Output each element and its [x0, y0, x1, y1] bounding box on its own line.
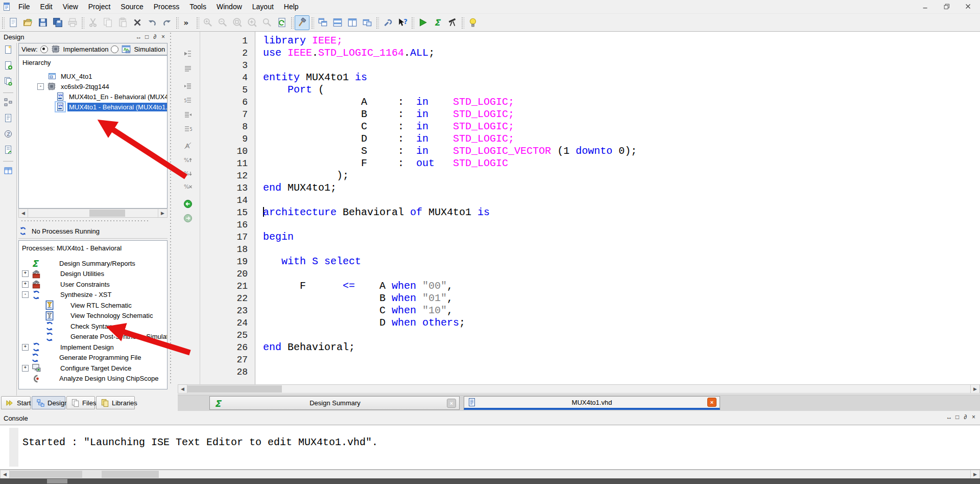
lines-button[interactable]	[183, 64, 195, 76]
refresh-doc-button[interactable]	[274, 15, 289, 30]
panel-tab-design[interactable]: Design	[32, 396, 65, 409]
match-up-button[interactable]: %	[183, 155, 195, 167]
font-toggle-button[interactable]: A	[183, 141, 195, 152]
scroll-right-icon[interactable]: ▶	[158, 209, 167, 217]
tree-expander-icon[interactable]: +	[22, 344, 29, 351]
zoom-in-button[interactable]	[200, 15, 215, 30]
menu-item-tools[interactable]: Tools	[184, 2, 211, 12]
code-editor[interactable]: library IEEE;use IEEE.STD_LOGIC_1164.ALL…	[256, 32, 980, 384]
tree-expander-icon[interactable]: -	[37, 83, 44, 90]
report-button[interactable]	[4, 145, 13, 156]
design-dock-button-1[interactable]: □	[144, 33, 150, 40]
view-radio-implementation[interactable]	[40, 45, 48, 53]
outdent-button[interactable]	[183, 110, 195, 122]
panel-tab-libraries[interactable]: Libraries	[96, 396, 135, 409]
process-row[interactable]: +Design Utilities	[22, 269, 106, 279]
open-folder-button[interactable]	[20, 15, 35, 30]
design-dock-button-0[interactable]: ↔	[135, 33, 142, 40]
process-row[interactable]: Check Syntax	[44, 321, 113, 331]
minimize-button[interactable]	[915, 0, 936, 13]
indent-button[interactable]	[183, 82, 195, 93]
zoom-full-button[interactable]	[230, 15, 245, 30]
console-dock-button-2[interactable]: ∂	[962, 413, 969, 421]
scroll-left-icon[interactable]: ◀	[19, 209, 28, 217]
process-row[interactable]: View RTL Schematic	[44, 300, 133, 310]
panel-splitter[interactable]	[20, 219, 148, 223]
tile-v-button[interactable]	[345, 15, 360, 30]
menu-item-view[interactable]: View	[58, 2, 83, 12]
hierarchy-button[interactable]	[4, 98, 13, 109]
menu-item-help[interactable]: Help	[279, 2, 304, 12]
console-hscrollbar[interactable]: ◀ ▶	[0, 470, 980, 479]
play-button[interactable]	[415, 15, 430, 30]
telescope-button[interactable]	[445, 15, 460, 30]
editor-hscroll-thumb[interactable]	[187, 385, 282, 393]
indent-five-button[interactable]: 5	[183, 96, 195, 107]
tree-expander-icon[interactable]: -	[22, 291, 29, 298]
menu-item-source[interactable]: Source	[115, 2, 148, 12]
hierarchy-row[interactable]: -xc6slx9-2tqg144	[37, 81, 111, 91]
new-source-button[interactable]	[4, 45, 13, 56]
hammer-button[interactable]	[295, 15, 309, 30]
hierarchy-hscrollbar[interactable]: ◀ ▶	[18, 209, 168, 218]
save-button[interactable]	[35, 15, 50, 30]
editor-tab-mux4to1-vhd[interactable]: MUX4to1.vhd×	[464, 396, 720, 410]
nav-back-button[interactable]	[183, 199, 195, 211]
tree-expander-icon[interactable]: +	[22, 270, 29, 277]
process-row[interactable]: ΣDesign Summary/Reports	[22, 258, 137, 268]
view-option-label[interactable]: Simulation	[134, 45, 165, 53]
design-dock-button-2[interactable]: ∂	[152, 33, 158, 40]
snapshot-button[interactable]: Z	[4, 129, 13, 141]
console-dock-button-1[interactable]: □	[954, 413, 961, 421]
table-button[interactable]	[4, 166, 13, 177]
match-down-button[interactable]: %	[183, 169, 195, 180]
scroll-left-icon[interactable]: ◀	[1, 470, 10, 478]
save-all-button[interactable]	[50, 15, 65, 30]
vertical-splitter[interactable]	[169, 32, 173, 384]
sigma-button[interactable]: Σ	[430, 15, 445, 30]
tab-close-icon[interactable]: ×	[447, 399, 456, 408]
add-copy-source-button[interactable]	[4, 77, 13, 88]
panel-tab-start[interactable]: Start	[1, 396, 31, 409]
hierarchy-row[interactable]: MUX4to1 - Behavioral (MUX4to1.vhd)	[56, 102, 168, 112]
copy-button[interactable]	[100, 15, 115, 30]
editor-tab-design-summary[interactable]: ΣDesign Summary×	[209, 396, 460, 410]
view-radio-simulation[interactable]	[111, 45, 118, 53]
hierarchy-tree-panel[interactable]: Hierarchy MUX_4to1-xc6slx9-2tqg144MUX4to…	[18, 55, 168, 209]
zoom-sel-button[interactable]	[259, 15, 274, 30]
process-row[interactable]: Analyze Design Using ChipScope	[22, 374, 160, 384]
zoom-out-button[interactable]	[215, 15, 230, 30]
process-row[interactable]: +User Constraints	[22, 279, 111, 289]
process-row[interactable]: View Technology Schematic	[44, 311, 154, 321]
editor-hscrollbar[interactable]: ◀ ▶	[178, 384, 980, 394]
wrench-button[interactable]	[380, 15, 395, 30]
scroll-right-icon[interactable]: ▶	[970, 470, 979, 478]
cut-button[interactable]	[85, 15, 100, 30]
new-doc-button[interactable]	[6, 15, 20, 30]
page-button[interactable]	[4, 113, 13, 125]
paste-button[interactable]	[115, 15, 130, 30]
process-row[interactable]: +Configure Target Device	[22, 363, 133, 373]
menu-item-project[interactable]: Project	[83, 2, 116, 12]
tile-h-button[interactable]	[330, 15, 345, 30]
processes-tree-panel[interactable]: Processes: MUX4to1 - Behavioral ΣDesign …	[18, 240, 168, 389]
zoom-box-button[interactable]	[245, 15, 259, 30]
hierarchy-row[interactable]: MUX_4to1	[47, 71, 93, 81]
close-button[interactable]	[958, 0, 979, 13]
console-dock-button-0[interactable]: ↔	[946, 413, 952, 421]
process-row[interactable]: -Synthesize - XST	[22, 290, 113, 300]
scroll-left-icon[interactable]: ◀	[178, 385, 187, 393]
menu-item-layout[interactable]: Layout	[247, 2, 279, 12]
menu-item-edit[interactable]: Edit	[35, 2, 58, 12]
bulb-button[interactable]	[465, 15, 480, 30]
menu-item-window[interactable]: Window	[211, 2, 247, 12]
match-x-button[interactable]: %	[183, 182, 195, 193]
menu-item-process[interactable]: Process	[149, 2, 185, 12]
process-row[interactable]: Generate Programming File	[22, 353, 142, 363]
panel-tab-files[interactable]: Files	[66, 396, 95, 409]
scroll-right-icon[interactable]: ▶	[970, 385, 979, 393]
hierarchy-hscroll-thumb[interactable]	[89, 210, 125, 217]
tree-expander-icon[interactable]: +	[22, 281, 29, 288]
add-source-button[interactable]	[4, 61, 13, 72]
outdent-five-button[interactable]: 5	[183, 125, 195, 136]
